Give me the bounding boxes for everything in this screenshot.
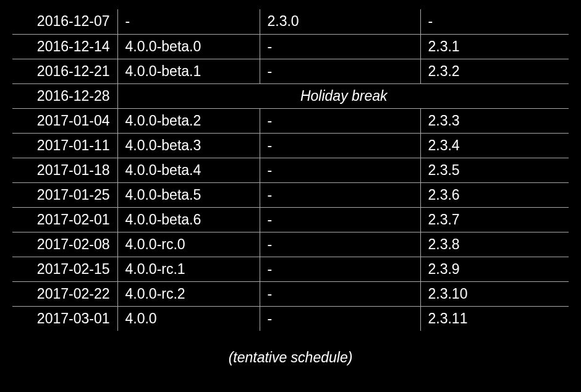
date-cell: 2017-02-08 [12, 232, 117, 257]
stable1-cell: - [260, 281, 420, 306]
beta-cell: 4.0.0-beta.4 [117, 158, 260, 182]
table-row: 2016-12-07-2.3.0- [12, 9, 569, 34]
date-cell: 2017-01-25 [12, 182, 117, 207]
stable1-cell: - [260, 59, 420, 83]
stable2-cell: 2.3.7 [420, 207, 569, 232]
stable1-cell: - [260, 133, 420, 158]
beta-cell: 4.0.0 [117, 306, 260, 331]
stable1-cell: - [260, 232, 420, 257]
table-row: 2017-02-154.0.0-rc.1-2.3.9 [12, 257, 569, 281]
release-schedule-table: 2016-12-07-2.3.0-2016-12-144.0.0-beta.0-… [12, 9, 569, 331]
date-cell: 2016-12-14 [12, 34, 117, 59]
table-row: 2017-02-014.0.0-beta.6-2.3.7 [12, 207, 569, 232]
beta-cell: 4.0.0-beta.3 [117, 133, 260, 158]
table-row: 2017-01-254.0.0-beta.5-2.3.6 [12, 182, 569, 207]
date-cell: 2016-12-28 [12, 83, 117, 108]
table-row: 2017-02-224.0.0-rc.2-2.3.10 [12, 281, 569, 306]
stable2-cell: 2.3.8 [420, 232, 569, 257]
beta-cell: - [117, 9, 260, 34]
date-cell: 2016-12-07 [12, 9, 117, 34]
stable1-cell: - [260, 257, 420, 281]
date-cell: 2017-03-01 [12, 306, 117, 331]
table-row: 2016-12-214.0.0-beta.1-2.3.2 [12, 59, 569, 83]
stable1-cell: - [260, 182, 420, 207]
table-row: 2017-01-184.0.0-beta.4-2.3.5 [12, 158, 569, 182]
date-cell: 2017-02-01 [12, 207, 117, 232]
stable2-cell: 2.3.1 [420, 34, 569, 59]
stable2-cell: 2.3.5 [420, 158, 569, 182]
stable2-cell: 2.3.6 [420, 182, 569, 207]
beta-cell: 4.0.0-beta.2 [117, 108, 260, 133]
stable2-cell: 2.3.9 [420, 257, 569, 281]
date-cell: 2017-01-04 [12, 108, 117, 133]
stable1-cell: - [260, 207, 420, 232]
stable2-cell: 2.3.3 [420, 108, 569, 133]
stable2-cell: 2.3.11 [420, 306, 569, 331]
table-row: 2017-03-014.0.0-2.3.11 [12, 306, 569, 331]
table-row: 2016-12-144.0.0-beta.0-2.3.1 [12, 34, 569, 59]
stable1-cell: - [260, 306, 420, 331]
stable2-cell: 2.3.4 [420, 133, 569, 158]
beta-cell: 4.0.0-beta.0 [117, 34, 260, 59]
beta-cell: 4.0.0-beta.6 [117, 207, 260, 232]
date-cell: 2017-01-18 [12, 158, 117, 182]
beta-cell: 4.0.0-beta.5 [117, 182, 260, 207]
holiday-cell: Holiday break [117, 83, 569, 108]
beta-cell: 4.0.0-rc.2 [117, 281, 260, 306]
table-row: 2017-01-114.0.0-beta.3-2.3.4 [12, 133, 569, 158]
table-row: 2016-12-28Holiday break [12, 83, 569, 108]
stable2-cell: 2.3.10 [420, 281, 569, 306]
stable1-cell: - [260, 34, 420, 59]
date-cell: 2017-02-22 [12, 281, 117, 306]
date-cell: 2017-02-15 [12, 257, 117, 281]
stable1-cell: - [260, 108, 420, 133]
beta-cell: 4.0.0-rc.0 [117, 232, 260, 257]
date-cell: 2016-12-21 [12, 59, 117, 83]
table-row: 2017-02-084.0.0-rc.0-2.3.8 [12, 232, 569, 257]
stable2-cell: - [420, 9, 569, 34]
beta-cell: 4.0.0-beta.1 [117, 59, 260, 83]
stable1-cell: 2.3.0 [260, 9, 420, 34]
stable1-cell: - [260, 158, 420, 182]
caption: (tentative schedule) [12, 349, 569, 366]
stable2-cell: 2.3.2 [420, 59, 569, 83]
date-cell: 2017-01-11 [12, 133, 117, 158]
table-row: 2017-01-044.0.0-beta.2-2.3.3 [12, 108, 569, 133]
beta-cell: 4.0.0-rc.1 [117, 257, 260, 281]
